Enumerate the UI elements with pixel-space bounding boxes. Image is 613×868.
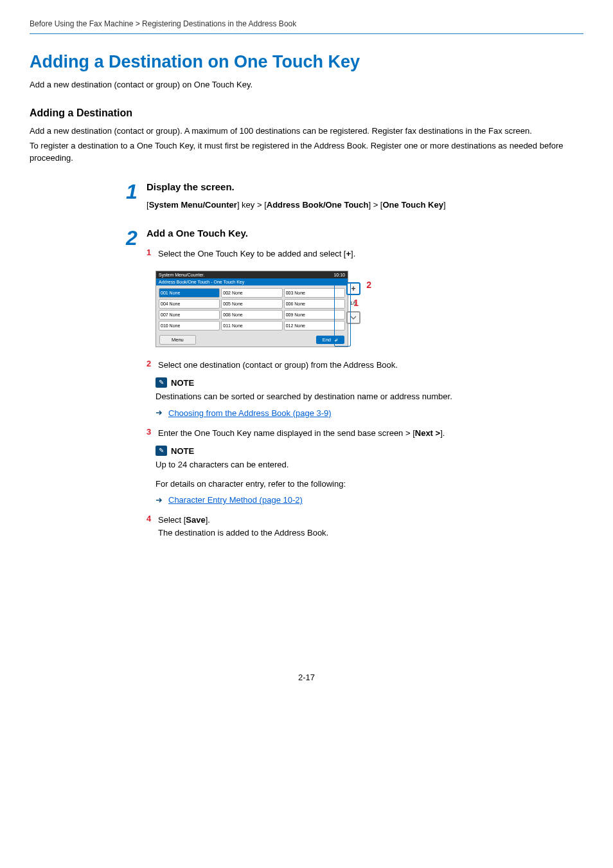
substep-2-num: 2 xyxy=(147,359,158,368)
key-001[interactable]: 001 None xyxy=(159,288,220,298)
step-2-number: 2 xyxy=(120,228,144,248)
callout-1: 1 xyxy=(353,298,359,308)
arrow-right-icon xyxy=(155,496,163,504)
shot-bar: Address Book/One Touch - One Touch Key xyxy=(156,278,348,285)
key-009[interactable]: 009 None xyxy=(284,310,345,320)
note-icon: ✎ xyxy=(155,446,167,456)
callout-2: 2 xyxy=(366,280,371,290)
char-entry-link[interactable]: Character Entry Method (page 10-2) xyxy=(168,495,303,505)
section-p2: To register a destination to a One Touch… xyxy=(30,140,583,165)
shot-time: 10:10 xyxy=(333,273,345,277)
step-1-title: Display the screen. xyxy=(147,181,583,192)
breadcrumb: Before Using the Fax Machine > Registeri… xyxy=(30,19,583,33)
key-005[interactable]: 005 None xyxy=(221,299,282,309)
note-label: NOTE xyxy=(171,446,194,456)
step-2-title: Add a One Touch Key. xyxy=(147,228,583,239)
key-011[interactable]: 011 None xyxy=(221,321,282,330)
key-002[interactable]: 002 None xyxy=(221,288,282,298)
note-2-line2: For details on character entry, refer to… xyxy=(155,478,583,491)
key-010[interactable]: 010 None xyxy=(159,321,220,330)
note-icon: ✎ xyxy=(155,377,167,388)
section-p1: Add a new destination (contact or group)… xyxy=(30,125,583,138)
chevron-down-icon xyxy=(350,314,357,321)
note-label: NOTE xyxy=(171,378,194,388)
substep-1-text: Select the One Touch Key to be added and… xyxy=(158,248,355,260)
key-008[interactable]: 008 None xyxy=(221,310,282,320)
intro-text: Add a new destination (contact or group)… xyxy=(30,80,583,89)
substep-4-text: Select [Save]. The destination is added … xyxy=(158,514,328,539)
key-012[interactable]: 012 None xyxy=(284,321,345,330)
substep-4-num: 4 xyxy=(147,514,158,523)
step-1-number: 1 xyxy=(120,181,144,202)
substep-3-num: 3 xyxy=(147,427,158,437)
key-007[interactable]: 007 None xyxy=(159,310,220,320)
substep-3-text: Enter the One Touch Key name displayed i… xyxy=(158,427,445,440)
substep-2-text: Select one destination (contact or group… xyxy=(158,359,398,372)
end-button[interactable]: End xyxy=(316,336,344,344)
section-heading: Adding a Destination xyxy=(30,107,583,119)
address-book-link[interactable]: Choosing from the Address Book (page 3-9… xyxy=(168,408,332,418)
note-1-text: Destinations can be sorted or searched b… xyxy=(155,390,583,403)
step-1-path: [System Menu/Counter] key > [Address Boo… xyxy=(147,199,583,212)
note-2-line1: Up to 24 characters can be entered. xyxy=(155,458,583,471)
divider xyxy=(30,33,583,34)
device-screenshot: System Menu/Counter. 10:10 Address Book/… xyxy=(155,271,361,347)
key-003[interactable]: 003 None xyxy=(284,288,345,298)
arrow-right-icon xyxy=(155,409,163,417)
key-006[interactable]: 006 None xyxy=(284,299,345,309)
page-number: 2-17 xyxy=(30,673,583,682)
scroll-down-button[interactable] xyxy=(346,311,360,324)
page-title: Adding a Destination on One Touch Key xyxy=(30,52,583,72)
key-004[interactable]: 004 None xyxy=(159,299,220,309)
plus-button[interactable]: + xyxy=(346,282,360,295)
menu-button[interactable]: Menu xyxy=(159,335,196,345)
shot-title: System Menu/Counter. xyxy=(159,273,204,277)
substep-1-num: 1 xyxy=(147,248,158,257)
